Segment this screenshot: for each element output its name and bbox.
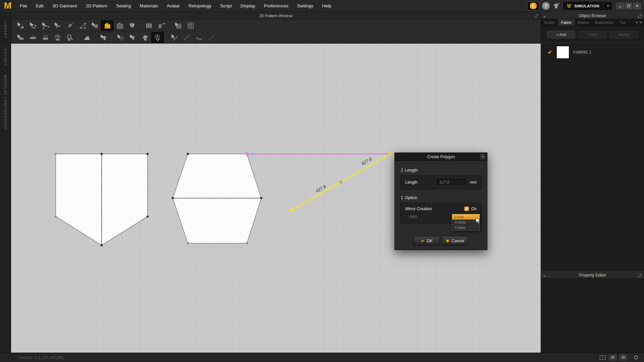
elastic-line-tool[interactable]: [193, 32, 205, 43]
basting-line-tool[interactable]: [205, 32, 218, 43]
trace-pattern-icon: [91, 21, 99, 29]
texture-roller-tool[interactable]: [126, 32, 139, 43]
trace-pattern-tool[interactable]: [89, 20, 101, 31]
trace-line-tool[interactable]: [168, 32, 180, 43]
hexagon-pattern[interactable]: [173, 154, 261, 243]
dart-tool[interactable]: [126, 20, 138, 31]
clo-set-badge-icon[interactable]: C: [527, 1, 539, 11]
segment-sewing-tool[interactable]: [26, 32, 39, 43]
menu-item-help[interactable]: Help: [318, 0, 336, 12]
assign-button[interactable]: Assign: [610, 31, 638, 38]
menu-item-avatar[interactable]: Avatar: [162, 0, 184, 12]
axis-option-x-axis[interactable]: X-Axis: [452, 220, 480, 225]
fabric-swatch[interactable]: [556, 46, 569, 59]
axis-option-y-axis[interactable]: Y-Axis: [452, 225, 480, 230]
simulation-button[interactable]: SIMULATION: [563, 1, 603, 10]
rectangle-tool[interactable]: [113, 20, 126, 31]
edit-round-corner-icon: [78, 21, 87, 29]
menu-item-2d-pattern[interactable]: 2D Pattern: [82, 0, 112, 12]
dashed-line-tool[interactable]: [180, 32, 193, 43]
edit-curvature-tool[interactable]: [39, 20, 51, 31]
edit-round-corner-tool[interactable]: [76, 20, 89, 31]
line-start-point[interactable]: [290, 208, 293, 212]
texture-roller-icon: [129, 34, 137, 42]
cancel-button[interactable]: ✖ Cancel: [442, 236, 468, 246]
fabric-list-item[interactable]: ✔FABRIC 1: [541, 43, 644, 62]
free-sewing-tool[interactable]: [39, 32, 51, 43]
length-input[interactable]: [437, 179, 465, 186]
restore-window-icon[interactable]: [625, 3, 632, 9]
show-grainline-tool[interactable]: [151, 32, 164, 43]
minimize-window-icon[interactable]: [616, 3, 624, 9]
flattening-iron-tool[interactable]: [80, 32, 93, 43]
help-icon[interactable]: ?: [542, 2, 550, 10]
edit-texture-tool[interactable]: [114, 32, 126, 43]
axis-option-local[interactable]: Local: [452, 214, 480, 220]
copy-button[interactable]: Copy: [579, 31, 607, 38]
seam-allowance-tool[interactable]: [64, 32, 76, 43]
split-view-icon[interactable]: [600, 355, 606, 360]
app-logo: M: [0, 0, 15, 12]
collapse-arrow-icon[interactable]: [543, 14, 546, 19]
edit-curve-point-tool[interactable]: [51, 20, 64, 31]
object-browser-popout-icon[interactable]: [638, 14, 642, 19]
polygon-preview-line[interactable]: [291, 154, 390, 210]
tab-scroll-right-icon[interactable]: [640, 21, 642, 24]
flip-pleats-tool[interactable]: [155, 20, 167, 31]
simulation-dropdown-arrow[interactable]: ▼: [603, 1, 612, 10]
show-sewing-tool[interactable]: [51, 32, 64, 43]
tab-scene[interactable]: Scene: [541, 19, 558, 26]
sidebar-tab-modular-configurator[interactable]: MODULAR CONFIGURATOR: [3, 75, 7, 130]
tab-buttonhole[interactable]: Buttonhole: [592, 19, 616, 26]
menu-item-3d-garment[interactable]: 3D Garment: [48, 0, 82, 12]
refresh-icon[interactable]: [634, 355, 639, 360]
menu-item-display[interactable]: Display: [236, 0, 260, 12]
menu-item-script[interactable]: Script: [216, 0, 236, 12]
dialog-close-icon[interactable]: ✕: [480, 154, 485, 159]
check-icon[interactable]: ✔: [548, 49, 552, 55]
pattern-design-tool[interactable]: [139, 32, 151, 43]
select-garment-tool[interactable]: [97, 32, 110, 43]
basting-line-icon: [208, 34, 216, 42]
tab-button[interactable]: Button: [575, 19, 592, 26]
add-point-icon: [66, 21, 74, 29]
ok-button[interactable]: ✔ OK: [414, 236, 440, 246]
divider: [630, 355, 631, 360]
close-window-icon[interactable]: [633, 3, 641, 9]
transform-pattern-tool[interactable]: [14, 20, 26, 31]
edit-pattern-tool[interactable]: [26, 20, 39, 31]
tab-top[interactable]: Top: [616, 19, 626, 26]
add-point-tool[interactable]: [64, 20, 76, 31]
section-bar: [401, 196, 402, 200]
view-2d-button[interactable]: 2D: [620, 355, 627, 360]
menu-item-materials[interactable]: Materials: [135, 0, 162, 12]
toolbar-row-1: [11, 20, 541, 32]
polygon-tool[interactable]: [101, 20, 113, 31]
grid-icon: [174, 21, 182, 29]
collapse-arrow-icon[interactable]: [543, 274, 546, 279]
edit-sewing-tool[interactable]: [14, 32, 26, 43]
tab-scroll-left-icon[interactable]: [635, 21, 638, 24]
sidebar-tab-history[interactable]: HISTORY: [3, 48, 7, 66]
mirror-on-checkbox[interactable]: [464, 206, 469, 211]
add-button[interactable]: + Add: [547, 31, 575, 38]
pleats-tool[interactable]: [143, 20, 155, 31]
dialog-titlebar[interactable]: Create Polygon ✕: [395, 153, 487, 161]
menu-item-file[interactable]: File: [15, 0, 32, 12]
add-avatar-icon[interactable]: [552, 3, 560, 9]
magenta-vertex[interactable]: [246, 153, 248, 155]
line-end-point[interactable]: [389, 153, 392, 155]
pattern-grid-tool[interactable]: [184, 20, 197, 31]
popout-icon[interactable]: [535, 14, 538, 19]
menu-item-retopology[interactable]: Retopology: [184, 0, 216, 12]
sidebar-tab-library[interactable]: LIBRARY: [3, 21, 7, 39]
toolbar-separator: [78, 33, 78, 42]
menu-item-settings[interactable]: Settings: [293, 0, 318, 12]
menu-item-preferences[interactable]: Preferences: [260, 0, 293, 12]
tab-fabric[interactable]: Fabric: [558, 19, 575, 26]
menu-item-edit[interactable]: Edit: [32, 0, 48, 12]
menu-item-sewing[interactable]: Sewing: [112, 0, 135, 12]
view-3d-button[interactable]: 3D: [609, 355, 616, 360]
grid-tool[interactable]: [172, 20, 184, 31]
property-editor-popout-icon[interactable]: [638, 274, 642, 279]
